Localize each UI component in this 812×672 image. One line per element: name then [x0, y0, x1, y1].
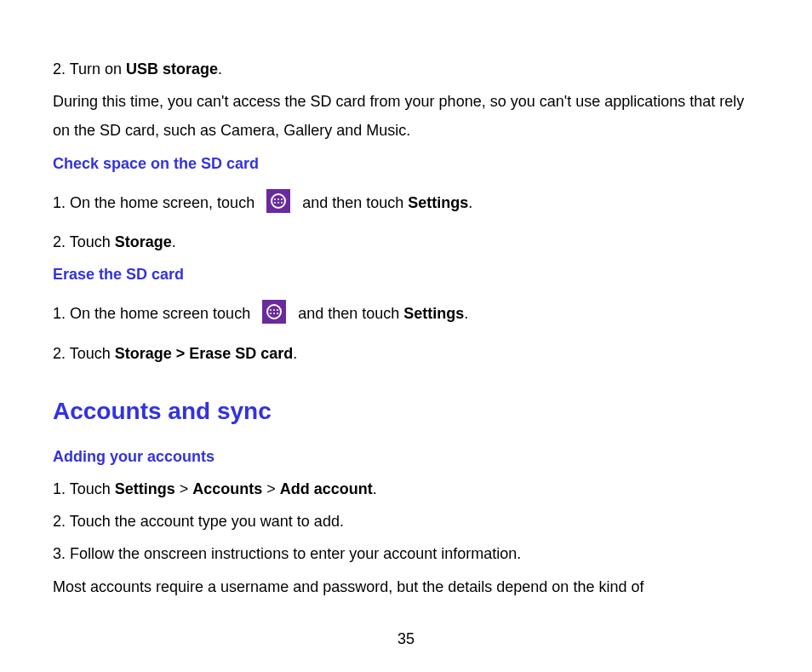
page-content: 2. Turn on USB storage. During this time…: [0, 0, 812, 601]
bold-text: Add account: [280, 480, 373, 497]
text: .: [293, 345, 297, 362]
text: 1. Touch: [53, 480, 115, 497]
text: 2. Touch: [53, 345, 115, 362]
text: >: [262, 480, 280, 497]
bold-text: Accounts: [192, 480, 262, 497]
bold-text: Storage: [115, 233, 172, 250]
text: 2. Turn on: [53, 60, 126, 78]
text: .: [468, 188, 472, 217]
accounts-step-2: 2. Touch the account type you want to ad…: [53, 507, 759, 536]
bold-text: USB storage: [126, 60, 218, 78]
bold-text: Settings: [115, 480, 175, 497]
text: .: [373, 480, 377, 497]
accounts-subheading: Adding your accounts: [53, 442, 759, 471]
accounts-heading: Accounts and sync: [53, 388, 759, 434]
text: and then touch: [294, 188, 408, 217]
accounts-note: Most accounts require a username and pas…: [53, 572, 759, 601]
check-sd-step-1: 1. On the home screen, touch and then to…: [53, 188, 759, 217]
erase-sd-heading: Erase the SD card: [53, 260, 759, 289]
erase-sd-step-2: 2. Touch Storage > Erase SD card.: [53, 339, 759, 368]
check-sd-heading: Check space on the SD card: [53, 149, 759, 178]
usb-note: During this time, you can't access the S…: [53, 87, 759, 145]
page-number: 35: [0, 624, 812, 653]
apps-icon: [262, 300, 286, 324]
accounts-step-3: 3. Follow the onscreen instructions to e…: [53, 539, 759, 568]
text: .: [172, 233, 176, 250]
text: 2. Touch: [53, 233, 115, 250]
text: 1. On the home screen, touch: [53, 188, 263, 217]
bold-text: Settings: [403, 299, 464, 328]
erase-sd-step-1: 1. On the home screen touch and then tou…: [53, 299, 759, 328]
usb-step-2: 2. Turn on USB storage.: [53, 55, 759, 83]
text: .: [218, 60, 222, 78]
text: 1. On the home screen touch: [53, 299, 259, 328]
text: >: [175, 480, 193, 497]
text: .: [464, 299, 468, 328]
accounts-step-1: 1. Touch Settings > Accounts > Add accou…: [53, 474, 759, 503]
apps-icon: [266, 189, 290, 213]
text: and then touch: [289, 299, 403, 328]
check-sd-step-2: 2. Touch Storage.: [53, 227, 759, 256]
bold-text: Settings: [408, 188, 468, 217]
